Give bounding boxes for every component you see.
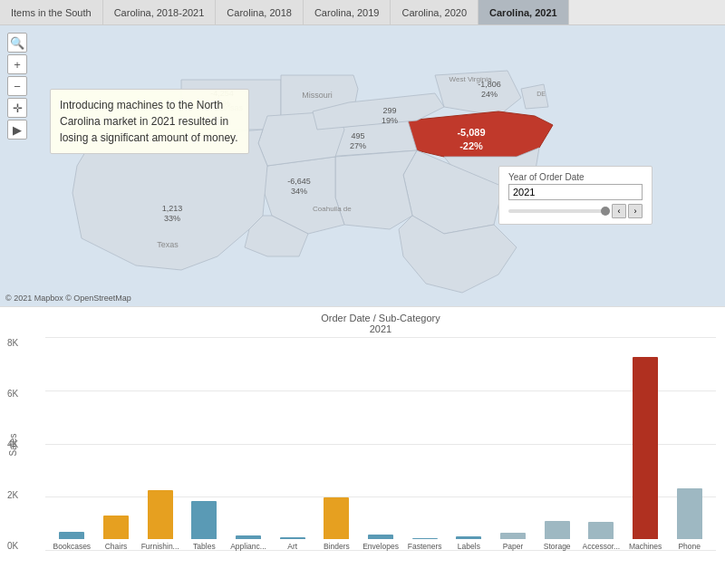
svg-text:West Virginia: West Virginia bbox=[450, 75, 492, 83]
chart-area: Sales 8K6K4K2K0K BookcasesChairsFurnishi… bbox=[45, 338, 716, 551]
y-label: 4K bbox=[7, 439, 18, 449]
bar-art[interactable] bbox=[280, 537, 305, 539]
year-filter-label: Year of Order Date bbox=[508, 172, 643, 182]
y-label: 2K bbox=[7, 490, 18, 500]
map-copyright: © 2021 Mapbox © OpenStreetMap bbox=[5, 294, 131, 303]
map-section: -4,254 24% -1,806 24% 299 19% 495 27% -6… bbox=[0, 25, 725, 306]
bar-group: Phone bbox=[667, 488, 711, 551]
bar-label: Paper bbox=[503, 542, 524, 551]
chart-subtitle: 2021 bbox=[45, 323, 716, 334]
bar-label: Storage bbox=[544, 542, 571, 551]
bar-tables[interactable] bbox=[191, 501, 217, 539]
bar-label: Phone bbox=[678, 542, 701, 551]
svg-text:DE: DE bbox=[536, 91, 546, 97]
bar-group: Envelopes bbox=[359, 535, 403, 551]
bar-applianc---[interactable] bbox=[236, 535, 261, 539]
svg-text:27%: 27% bbox=[350, 141, 366, 150]
map-controls: 🔍 + − ✛ ▶ bbox=[7, 33, 27, 140]
bar-storage[interactable] bbox=[545, 521, 570, 539]
bar-group: Paper bbox=[491, 533, 536, 551]
bar-label: Bookcases bbox=[53, 542, 92, 551]
year-filter: Year of Order Date ‹ › bbox=[498, 166, 652, 225]
bar-label: Accessor... bbox=[583, 542, 621, 551]
bar-group: Tables bbox=[182, 501, 227, 551]
bar-label: Fasteners bbox=[408, 542, 442, 551]
bar-label: Applianc... bbox=[230, 542, 266, 551]
bar-accessor---[interactable] bbox=[588, 522, 614, 539]
y-axis: 8K6K4K2K0K bbox=[7, 338, 18, 551]
tab-carolina--2020[interactable]: Carolina, 2020 bbox=[391, 0, 478, 24]
bar-bookcases[interactable] bbox=[59, 532, 84, 539]
bar-binders[interactable] bbox=[324, 497, 349, 539]
bar-fasteners[interactable] bbox=[412, 538, 438, 539]
chart-section: Order Date / Sub-Category 2021 Sales 8K6… bbox=[0, 306, 725, 588]
bar-label: Binders bbox=[324, 542, 350, 551]
year-filter-input[interactable] bbox=[508, 184, 643, 200]
svg-text:495: 495 bbox=[351, 131, 364, 140]
annotation-box: Introducing machines to the North Caroli… bbox=[50, 89, 249, 154]
svg-text:Coahuila de: Coahuila de bbox=[313, 205, 352, 213]
tabs-bar: Items in the SouthCarolina, 2018-2021Car… bbox=[0, 0, 725, 25]
bar-group: Art bbox=[270, 537, 314, 551]
bar-envelopes[interactable] bbox=[368, 535, 393, 539]
bar-label: Furnishin... bbox=[141, 542, 179, 551]
arrow-button[interactable]: ▶ bbox=[7, 120, 27, 140]
crosshair-button[interactable]: ✛ bbox=[7, 98, 27, 118]
svg-text:34%: 34% bbox=[291, 187, 307, 196]
bar-machines[interactable] bbox=[633, 357, 658, 539]
bar-phone[interactable] bbox=[677, 488, 702, 539]
svg-text:-6,645: -6,645 bbox=[287, 177, 311, 186]
svg-text:Missouri: Missouri bbox=[302, 91, 333, 100]
bar-label: Machines bbox=[629, 542, 662, 551]
tab-items-in-the-south[interactable]: Items in the South bbox=[0, 0, 103, 24]
bar-label: Art bbox=[287, 542, 297, 551]
bar-group: Applianc... bbox=[227, 535, 271, 551]
bar-group: Fasteners bbox=[402, 538, 447, 551]
tab-carolina--2018[interactable]: Carolina, 2018 bbox=[216, 0, 304, 24]
zoom-in-button[interactable]: + bbox=[7, 54, 27, 74]
bar-paper[interactable] bbox=[500, 533, 526, 539]
year-slider-row: ‹ › bbox=[508, 204, 643, 218]
annotation-text: Introducing machines to the North Caroli… bbox=[60, 99, 238, 144]
bar-labels[interactable] bbox=[456, 536, 481, 539]
chart-title: Order Date / Sub-Category bbox=[45, 313, 716, 323]
svg-text:19%: 19% bbox=[382, 116, 398, 125]
svg-marker-10 bbox=[335, 150, 417, 229]
bar-group: Machines bbox=[624, 357, 668, 551]
prev-year-button[interactable]: ‹ bbox=[612, 204, 626, 218]
svg-text:-22%: -22% bbox=[459, 140, 483, 151]
y-label: 0K bbox=[7, 541, 18, 551]
bar-label: Chairs bbox=[105, 542, 128, 551]
tab-carolina--2019[interactable]: Carolina, 2019 bbox=[304, 0, 392, 24]
y-label: 6K bbox=[7, 389, 18, 399]
bar-group: Chairs bbox=[94, 516, 139, 551]
bar-group: Labels bbox=[447, 536, 491, 551]
bar-chairs[interactable] bbox=[103, 516, 129, 539]
svg-text:1,213: 1,213 bbox=[162, 204, 183, 213]
y-label: 8K bbox=[7, 338, 18, 348]
bar-group: Binders bbox=[314, 497, 359, 551]
bar-label: Labels bbox=[458, 542, 480, 551]
svg-text:24%: 24% bbox=[481, 90, 498, 99]
svg-text:Texas: Texas bbox=[157, 240, 179, 249]
svg-text:-5,089: -5,089 bbox=[457, 127, 485, 138]
bar-furnishin---[interactable] bbox=[148, 490, 173, 539]
zoom-out-button[interactable]: − bbox=[7, 76, 27, 96]
search-map-button[interactable]: 🔍 bbox=[7, 33, 27, 53]
year-slider[interactable] bbox=[508, 209, 610, 213]
bars-container: BookcasesChairsFurnishin...TablesApplian… bbox=[45, 338, 716, 551]
next-year-button[interactable]: › bbox=[628, 204, 643, 218]
bar-group: Storage bbox=[535, 521, 579, 551]
tab-carolina--2018-2021[interactable]: Carolina, 2018-2021 bbox=[103, 0, 217, 24]
bar-label: Envelopes bbox=[362, 542, 399, 551]
bar-group: Furnishin... bbox=[138, 490, 182, 551]
svg-text:33%: 33% bbox=[164, 214, 180, 223]
bar-group: Bookcases bbox=[50, 532, 94, 551]
bar-group: Accessor... bbox=[579, 522, 624, 551]
svg-text:299: 299 bbox=[382, 106, 396, 115]
tab-carolina--2021[interactable]: Carolina, 2021 bbox=[478, 0, 569, 24]
bar-label: Tables bbox=[193, 542, 216, 551]
